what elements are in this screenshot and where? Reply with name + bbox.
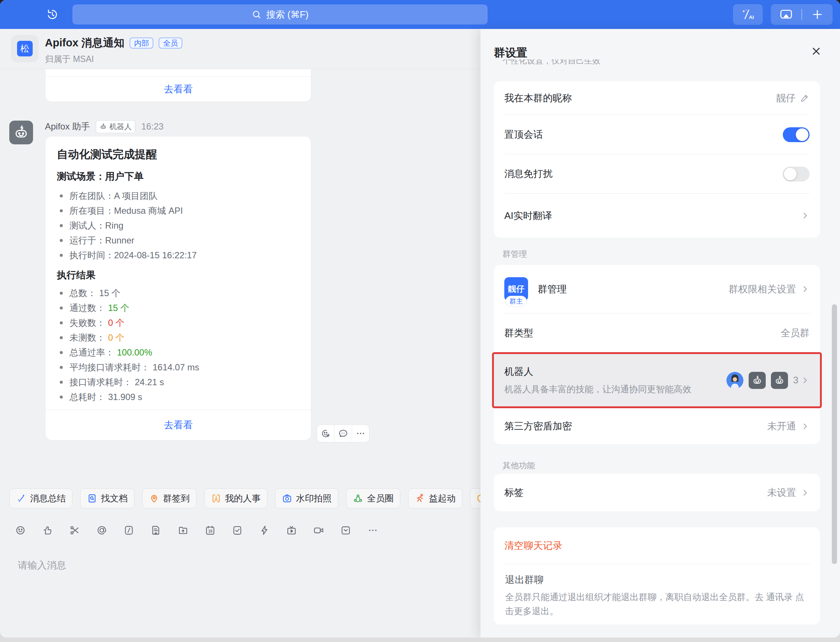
more-tools-icon[interactable] xyxy=(367,525,379,536)
list-item: 失败数：0 个 xyxy=(57,315,300,330)
bullet-dot xyxy=(60,321,63,324)
bullet-dot xyxy=(60,396,63,399)
message-input[interactable]: 请输入消息 xyxy=(18,559,66,572)
message-time: 16:23 xyxy=(141,122,163,132)
message-result-list: 总数：15 个 通过数：15 个 失败数：0 个 未测数：0 个 总通过率：10… xyxy=(57,286,300,404)
task-icon[interactable] xyxy=(232,525,243,536)
screen-share-button[interactable] xyxy=(771,4,801,25)
clear-history-row[interactable]: 清空聊天记录 xyxy=(494,527,820,564)
group-settings-panel: 群设置 个性化设置，仅对自己生效 我在本群的昵称 靓仔 xyxy=(481,29,840,637)
danger-zone-card: 清空聊天记录 退出群聊 全员群只能通过退出组织才能退出群聊，离职自动退出全员群。… xyxy=(494,527,820,624)
mention-icon[interactable] xyxy=(96,525,107,536)
group-type-value: 全员群 xyxy=(781,327,809,340)
personalization-note-clipped: 个性化设置，仅对自己生效 xyxy=(502,59,601,69)
panel-title: 群设置 xyxy=(494,45,527,60)
toolbar-button-summary[interactable]: 消息总结 xyxy=(9,488,72,508)
chevron-right-icon xyxy=(801,211,809,220)
video-call-icon[interactable] xyxy=(313,525,324,536)
toolbar-button-moments[interactable]: 全员圈 xyxy=(346,488,400,508)
panel-scrollbar[interactable] xyxy=(832,304,837,564)
toolbar-button-find-doc[interactable]: 找文档 xyxy=(80,488,135,508)
robot-badge-icon xyxy=(99,123,107,130)
nickname-row[interactable]: 我在本群的昵称 靓仔 xyxy=(494,81,820,115)
bots-description: 机器人具备丰富的技能，让沟通协同更智能高效 xyxy=(504,383,691,395)
go-see-link[interactable]: 去看看 xyxy=(164,418,193,431)
toolbar-label: 全员圈 xyxy=(367,493,394,504)
main-area: 松 Apifox 消息通知 内部 全员 归属于 MSAI 去看看 xyxy=(0,29,840,637)
bot-badge: 机器人 xyxy=(96,120,135,133)
tag-row[interactable]: 标签 未设置 xyxy=(494,474,820,511)
history-icon xyxy=(45,8,59,21)
message-meta: Apifox 助手 机器人 16:23 xyxy=(45,120,163,134)
person-brackets-icon xyxy=(211,493,221,504)
group-avatar-glyph: 松 xyxy=(17,41,32,57)
comment-icon xyxy=(338,428,348,439)
list-item: 未测数：0 个 xyxy=(57,330,300,345)
bot-avatar[interactable] xyxy=(9,121,33,144)
shortcut-icon[interactable] xyxy=(259,525,270,536)
thumbs-up-icon[interactable] xyxy=(42,525,53,536)
cut-off-icon xyxy=(476,493,481,504)
history-button[interactable] xyxy=(45,7,59,21)
pin-chat-toggle[interactable] xyxy=(783,127,809,142)
bullet-dot xyxy=(60,292,63,295)
bot-badge-label: 机器人 xyxy=(109,122,132,132)
file-upload-icon[interactable] xyxy=(177,525,188,536)
bots-count: 3 xyxy=(793,374,798,386)
chat-toolbar: 消息总结 找文档 群签到 我的人事 xyxy=(9,488,481,508)
encryption-row[interactable]: 第三方密盾加密 未开通 xyxy=(494,408,820,444)
tag-value: 未设置 xyxy=(767,486,796,499)
list-item: 接口请求耗时：24.21 s xyxy=(57,375,300,390)
screen-share-icon xyxy=(780,8,793,21)
toolbar-label: 益起动 xyxy=(429,493,456,504)
toolbar-button-watermark-photo[interactable]: 水印拍照 xyxy=(275,488,338,508)
magic-wand-icon xyxy=(16,493,26,504)
bots-row-highlighted[interactable]: 机器人 机器人具备丰富的技能，让沟通协同更智能高效 xyxy=(492,352,822,408)
slash-command-icon[interactable] xyxy=(123,525,135,536)
go-see-link-top[interactable]: 去看看 xyxy=(164,83,193,96)
message-card-partial-body xyxy=(45,69,311,76)
encryption-value: 未开通 xyxy=(767,420,796,433)
nickname-value: 靓仔 xyxy=(776,92,795,105)
quit-group-block: 退出群聊 全员群只能通过退出组织才能退出群聊，离职自动退出全员群。去 通讯录 点… xyxy=(494,564,820,618)
quit-group-description: 全员群只能通过退出组织才能退出群聊，离职自动退出全员群。去 通讯录 点击更多退出… xyxy=(505,590,809,618)
list-item: 总通过率：100.00% xyxy=(57,345,300,360)
doc-create-icon[interactable] xyxy=(150,525,161,536)
group-type-row: 群类型 全员群 xyxy=(494,314,820,352)
close-panel-button[interactable] xyxy=(809,45,823,58)
inbox-icon[interactable] xyxy=(340,525,351,536)
add-reaction-button[interactable] xyxy=(317,425,334,442)
emoji-icon[interactable] xyxy=(15,525,26,536)
toolbar-label: 水印拍照 xyxy=(296,493,331,504)
list-item: 所在项目：Medusa 商城 API xyxy=(57,203,300,218)
ai-translate-button[interactable]: AI xyxy=(733,4,763,25)
bullet-dot xyxy=(60,381,63,384)
tag-internal: 内部 xyxy=(130,37,153,49)
toolbar-label: 我的人事 xyxy=(225,493,261,504)
list-item: 测试人：Ring xyxy=(57,218,300,233)
more-actions-button[interactable] xyxy=(352,425,369,442)
scissors-icon[interactable] xyxy=(69,525,80,536)
admin-row-value: 群权限相关设置 xyxy=(729,283,796,296)
group-admin-row[interactable]: 靓仔 群主 群管理 群权限相关设置 xyxy=(494,265,820,313)
search-input[interactable]: 搜索 (⌘F) xyxy=(72,5,487,24)
video-channel-icon[interactable] xyxy=(286,525,297,536)
ai-translate-row[interactable]: AI实时翻译 xyxy=(494,194,820,238)
new-chat-button[interactable] xyxy=(802,4,833,25)
toolbar-button-sports[interactable]: 益起动 xyxy=(408,488,462,508)
composer-icon-row: 15 xyxy=(15,525,379,536)
group-avatar[interactable]: 松 xyxy=(11,35,39,62)
quit-group-title: 退出群聊 xyxy=(505,573,809,586)
toolbar-button-hr[interactable]: 我的人事 xyxy=(204,488,267,508)
pencil-icon[interactable] xyxy=(800,93,809,103)
list-item: 平均接口请求耗时：1614.07 ms xyxy=(57,360,300,375)
message-card: 自动化测试完成提醒 测试场景：用户下单 所在团队：A 项目团队 所在项目：Med… xyxy=(45,136,311,440)
calendar-icon[interactable]: 15 xyxy=(205,525,216,536)
toolbar-button-checkin[interactable]: 群签到 xyxy=(142,488,197,508)
plus-icon xyxy=(811,8,824,21)
chevron-right-icon xyxy=(801,422,809,431)
list-item: 运行于：Runner xyxy=(57,233,300,248)
reply-thread-button[interactable] xyxy=(334,425,352,442)
mute-toggle[interactable] xyxy=(783,167,809,182)
toolbar-button-partial[interactable] xyxy=(470,488,481,508)
